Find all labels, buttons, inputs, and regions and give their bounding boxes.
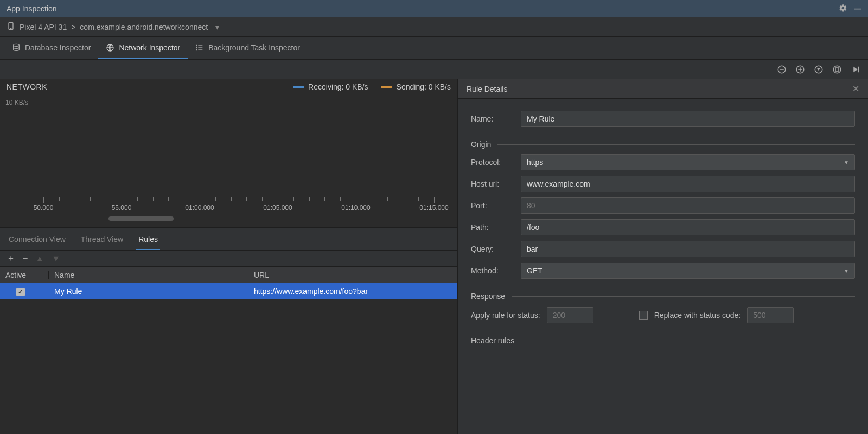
svg-point-9 [196, 49, 197, 50]
legend-sending: Sending: 0 KB/s [381, 82, 451, 91]
label-name: Name: [471, 114, 514, 123]
method-value: GET [527, 266, 542, 275]
move-down-button[interactable]: ▼ [52, 254, 60, 264]
zoom-selection-icon[interactable] [831, 63, 843, 75]
add-rule-button[interactable]: ＋ [7, 253, 15, 264]
chevron-down-icon: ▼ [844, 159, 849, 165]
timeline-scrollbar[interactable] [0, 216, 457, 222]
titlebar: App Inspection — [0, 0, 868, 17]
col-header-url[interactable]: URL [248, 271, 457, 279]
network-chart[interactable]: NETWORK Receiving: 0 KB/s Sending: 0 KB/… [0, 79, 457, 228]
svg-rect-17 [835, 68, 839, 71]
remove-rule-button[interactable]: − [23, 254, 28, 264]
label-port: Port: [471, 201, 514, 210]
window-title: App Inspection [7, 4, 57, 13]
close-icon[interactable]: ✕ [852, 84, 859, 94]
x-tick-label: 01:05.000 [263, 204, 292, 212]
sub-tab-thread-view[interactable]: Thread View [79, 229, 125, 250]
rules-table-header: Active Name URL [0, 267, 457, 283]
y-axis-label: 10 KB/s [5, 99, 28, 106]
tab-label: Network Inspector [119, 43, 180, 52]
host-field[interactable] [521, 176, 855, 192]
timeline-axis: 50.00055.00001:00.00001:05.00001:10.0000… [0, 197, 457, 227]
label-protocol: Protocol: [471, 158, 514, 167]
x-tick-label: 55.000 [112, 204, 132, 212]
section-response: Response [471, 292, 505, 301]
x-tick-label: 01:10.000 [341, 204, 370, 212]
sub-tab-rules[interactable]: Rules [136, 229, 160, 250]
x-tick-label: 01:00.000 [185, 204, 214, 212]
svg-point-8 [196, 47, 197, 48]
minimize-icon[interactable]: — [854, 4, 861, 13]
gear-icon[interactable] [839, 4, 847, 14]
method-select[interactable]: GET ▼ [521, 263, 855, 279]
port-field[interactable] [521, 197, 855, 214]
inspector-toolbar [0, 60, 868, 79]
tab-background-task-inspector[interactable]: Background Task Inspector [188, 37, 308, 59]
svg-point-16 [833, 66, 841, 73]
svg-rect-19 [858, 66, 859, 72]
breadcrumb[interactable]: Pixel 4 API 31 > com.example.android.net… [0, 17, 868, 37]
reset-zoom-icon[interactable] [813, 63, 825, 75]
label-apply-status: Apply rule for status: [471, 311, 540, 320]
legend-receiving: Receiving: 0 KB/s [293, 82, 368, 91]
tab-database-inspector[interactable]: Database Inspector [4, 37, 98, 59]
zoom-in-icon[interactable] [794, 63, 806, 75]
database-icon [12, 43, 21, 52]
chevron-down-icon[interactable]: ▾ [215, 23, 219, 31]
rule-url-cell: https://www.example.com/foo?bar [248, 287, 457, 296]
apply-status-field[interactable] [547, 307, 593, 323]
panel-title: Rule Details [467, 85, 507, 93]
inspector-tabs: Database Inspector Network Inspector Bac… [0, 37, 868, 60]
name-field[interactable] [521, 111, 855, 127]
svg-point-2 [14, 44, 20, 46]
list-icon [195, 43, 204, 52]
table-row[interactable]: ✓ My Rule https://www.example.com/foo?ba… [0, 283, 457, 299]
device-name: Pixel 4 API 31 [20, 23, 67, 31]
rule-name-cell: My Rule [49, 287, 248, 296]
rule-active-checkbox[interactable]: ✓ [16, 288, 25, 296]
chart-title: NETWORK [7, 82, 47, 91]
globe-icon [106, 43, 114, 52]
label-host: Host url: [471, 180, 514, 188]
tab-label: Database Inspector [25, 43, 91, 52]
x-tick-label: 01:15.000 [419, 204, 448, 212]
rules-table: Active Name URL ✓ My Rule https://www.ex… [0, 267, 457, 434]
label-path: Path: [471, 223, 514, 232]
svg-marker-18 [853, 66, 858, 72]
col-header-active[interactable]: Active [0, 271, 49, 279]
tab-network-inspector[interactable]: Network Inspector [98, 37, 188, 59]
col-header-name[interactable]: Name [49, 271, 248, 279]
device-icon [7, 22, 15, 32]
left-panel: NETWORK Receiving: 0 KB/s Sending: 0 KB/… [0, 79, 458, 434]
x-tick-label: 50.000 [34, 204, 54, 212]
breadcrumb-sep: > [71, 23, 75, 31]
rules-toolbar: ＋ − ▲ ▼ [0, 251, 457, 267]
sub-tabs: Connection View Thread View Rules [0, 228, 457, 251]
process-name: com.example.android.networkconnect [80, 23, 208, 31]
chevron-down-icon: ▼ [844, 268, 849, 274]
tab-label: Background Task Inspector [208, 43, 300, 52]
label-method: Method: [471, 266, 514, 275]
svg-point-7 [196, 45, 197, 46]
sub-tab-connection-view[interactable]: Connection View [7, 229, 68, 250]
protocol-value: https [527, 158, 543, 167]
zoom-out-icon[interactable] [776, 63, 788, 75]
query-field[interactable] [521, 241, 855, 257]
go-live-icon[interactable] [850, 63, 861, 75]
path-field[interactable] [521, 219, 855, 235]
rule-details-panel: Rule Details ✕ Name: Origin Protocol: ht… [458, 79, 868, 434]
section-header-rules: Header rules [471, 336, 514, 345]
move-up-button[interactable]: ▲ [35, 254, 44, 264]
label-replace-status: Replace with status code: [654, 311, 741, 320]
section-origin: Origin [471, 140, 491, 149]
replace-status-checkbox[interactable] [639, 311, 648, 320]
protocol-select[interactable]: https ▼ [521, 154, 855, 170]
label-query: Query: [471, 245, 514, 253]
replace-status-field[interactable] [747, 307, 794, 323]
